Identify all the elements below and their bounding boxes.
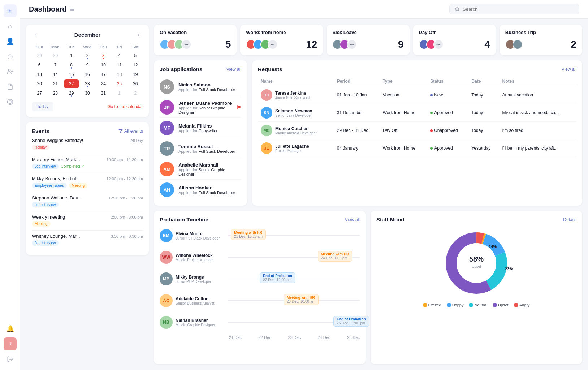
person-avatar: SN bbox=[261, 107, 272, 119]
cal-day[interactable]: 4 bbox=[112, 51, 127, 60]
cal-day[interactable]: 3 bbox=[96, 51, 111, 60]
cell-date: Today bbox=[468, 86, 499, 104]
status-dot bbox=[430, 112, 433, 114]
divider bbox=[32, 211, 143, 211]
events-filter-label: All events bbox=[124, 129, 143, 134]
calendar-prev-btn[interactable]: ‹ bbox=[32, 30, 40, 39]
today-button[interactable]: Today bbox=[32, 102, 53, 111]
date-label: 23 Dec bbox=[288, 335, 301, 340]
cal-day[interactable]: 13 bbox=[32, 70, 47, 79]
date-label: 25 Dec bbox=[347, 335, 360, 340]
status-card-sick: Sick Leave ••• 9 bbox=[327, 25, 409, 55]
cal-day[interactable]: 8 bbox=[64, 61, 79, 69]
sidebar-icon-apps[interactable]: ⊞ bbox=[4, 4, 17, 17]
cal-day[interactable]: 7 bbox=[48, 61, 63, 69]
cal-day[interactable]: 1 bbox=[64, 51, 79, 60]
cal-day[interactable]: 11 bbox=[112, 61, 127, 69]
cal-day[interactable]: 20 bbox=[32, 79, 47, 88]
cal-day[interactable]: 2 bbox=[128, 89, 143, 98]
requests-view-all[interactable]: View all bbox=[562, 67, 576, 72]
sidebar-icon-person[interactable]: 👤 bbox=[4, 35, 17, 48]
cal-day[interactable]: 9 bbox=[80, 61, 95, 69]
event-name: Margery Fisher, Mark... bbox=[32, 157, 80, 162]
search-input[interactable] bbox=[463, 7, 571, 12]
cal-day[interactable]: 15 bbox=[64, 70, 79, 79]
cal-day[interactable]: 19 bbox=[128, 70, 143, 79]
event-badges: Job interview Completed ✓ bbox=[32, 164, 143, 169]
cal-day[interactable]: 31 bbox=[96, 89, 111, 98]
cal-day[interactable]: 27 bbox=[32, 89, 47, 98]
job-apps-view-all[interactable]: View all bbox=[226, 67, 241, 72]
cal-day[interactable]: 28 bbox=[48, 89, 63, 98]
search-bar[interactable] bbox=[449, 4, 579, 14]
cal-day[interactable]: 10 bbox=[96, 61, 111, 69]
events-card: Events All events Shane Wiggins Birthday… bbox=[26, 122, 149, 255]
sidebar-icon-clock[interactable]: ◷ bbox=[4, 50, 17, 63]
cal-day[interactable]: 14 bbox=[48, 70, 63, 79]
mood-details-btn[interactable]: Details bbox=[563, 217, 576, 222]
cal-day[interactable]: 30 bbox=[48, 51, 63, 60]
divider bbox=[32, 192, 143, 192]
cal-day[interactable]: 6 bbox=[32, 61, 47, 69]
person-avatar: TJ bbox=[261, 89, 272, 101]
cal-day[interactable]: 16 bbox=[80, 70, 95, 79]
badge-meeting: Meeting bbox=[32, 221, 51, 227]
tl-name: Mikky Brongs bbox=[176, 275, 211, 280]
cell-notes: I'm so tired bbox=[500, 122, 576, 139]
cal-day[interactable]: 18 bbox=[112, 70, 127, 79]
probation-view-all[interactable]: View all bbox=[345, 217, 360, 222]
cell-period: 31 December bbox=[334, 104, 380, 122]
person-role: Middle Android Developer bbox=[275, 131, 317, 135]
cal-day-holiday[interactable]: 25 bbox=[112, 79, 127, 88]
job-applied: Applied for Senior Graphic Designer bbox=[178, 168, 241, 176]
cal-day[interactable]: 17 bbox=[96, 70, 111, 79]
mood-chart: 58% Upset 14% 23% bbox=[376, 227, 576, 299]
cal-day[interactable]: 12 bbox=[128, 61, 143, 69]
sidebar-icon-addperson[interactable] bbox=[4, 65, 17, 78]
badge-job: Job interview bbox=[32, 240, 59, 246]
cal-day[interactable]: 29 bbox=[32, 51, 47, 60]
cal-day[interactable]: 1 bbox=[112, 89, 127, 98]
cal-day[interactable]: 26 bbox=[128, 79, 143, 88]
cal-day[interactable]: 24 bbox=[96, 79, 111, 88]
timeline-person: NB Nathan Brasher Middle Graphic Designe… bbox=[160, 316, 225, 329]
job-applied: Applied for Copywriter bbox=[178, 129, 241, 133]
donut-hole bbox=[457, 243, 496, 283]
user-avatar[interactable]: U bbox=[4, 337, 17, 350]
events-filter[interactable]: All events bbox=[118, 129, 143, 134]
tl-event: Meeting with HR24 Dec, 1:00 pm bbox=[318, 251, 353, 262]
event-top: Stephan Wallace, Dev... 12:30 pm - 1:30 … bbox=[32, 195, 143, 201]
job-avatar: TR bbox=[160, 141, 174, 156]
cal-day[interactable]: 30 bbox=[80, 89, 95, 98]
legend-upset: Upset bbox=[493, 303, 509, 307]
job-info: Tommie Russel Applied for Full Stack Dev… bbox=[178, 144, 241, 154]
job-info: Anabelle Marshall Applied for Senior Gra… bbox=[178, 162, 241, 176]
sidebar-icon-globe[interactable] bbox=[4, 95, 17, 108]
event-top: Mikky Brongs, End of... 12:00 pm - 12:30… bbox=[32, 176, 143, 181]
job-apps-header: Job applications View all bbox=[160, 66, 241, 72]
cal-header-thu: Thu bbox=[96, 43, 111, 51]
tl-name: Winona Wheelock bbox=[176, 253, 214, 258]
sidebar-icon-home[interactable]: ⌂ bbox=[4, 20, 17, 33]
cal-day[interactable]: 5 bbox=[128, 51, 143, 60]
cal-day[interactable]: 29 bbox=[64, 89, 79, 98]
status-dot bbox=[430, 129, 433, 132]
logout-icon[interactable] bbox=[4, 353, 17, 366]
cal-day[interactable]: 21 bbox=[48, 79, 63, 88]
calendar-next-btn[interactable]: › bbox=[134, 30, 143, 39]
bell-icon[interactable]: 🔔 bbox=[4, 322, 17, 335]
cal-day-today[interactable]: 22 bbox=[64, 79, 79, 88]
timeline-bar-area: Meeting with HR23 Dec, 10:00 am bbox=[228, 293, 360, 308]
settings-icon[interactable] bbox=[69, 7, 75, 12]
cal-day[interactable]: 23 bbox=[80, 79, 95, 88]
job-avatar: JP bbox=[160, 100, 174, 115]
go-to-calendar-button[interactable]: Go to the calendar bbox=[107, 102, 143, 111]
legend-angry: Angry bbox=[514, 303, 530, 307]
sidebar-icon-document[interactable] bbox=[4, 80, 17, 93]
status-count-dayoff: 4 bbox=[484, 39, 490, 50]
person-cell: JL Juliette Lagache Project Manager bbox=[261, 142, 331, 154]
cal-day[interactable]: 2 bbox=[80, 51, 95, 60]
requests-tbody: TJ Teresa Jenkins Junior Sale Spesialist… bbox=[258, 86, 576, 157]
tl-info: Adelaide Colton Senior Business Analyst bbox=[176, 296, 214, 305]
status-count-vacation: 5 bbox=[225, 39, 231, 50]
